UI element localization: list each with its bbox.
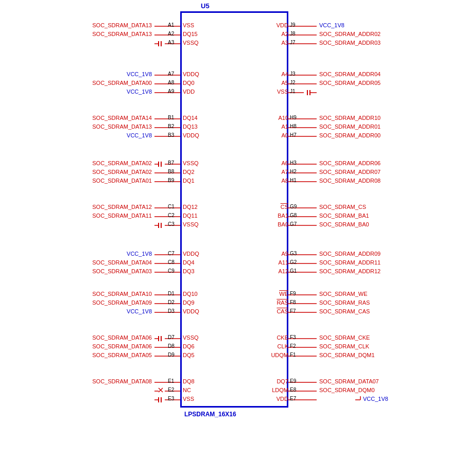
pinnum-g9: G9 [290, 204, 297, 209]
pin-inside-c2: DQ11 [183, 213, 198, 219]
net-f7: SOC_SDRAM_CAS [319, 308, 370, 314]
pin-inside-b2: DQ13 [183, 124, 198, 130]
pinnum-h2: H2 [290, 169, 297, 174]
pin-inside-f8: RAS [247, 299, 288, 306]
net-b3-vcc: VCC_1V8 [90, 132, 152, 138]
pinnum-c3: C3 [168, 221, 175, 227]
pinnum-b7: B7 [168, 160, 174, 166]
pinnum-g7: G7 [290, 221, 297, 227]
pin-inside-h8: A1 [247, 124, 288, 130]
pinnum-b2: B2 [168, 124, 174, 129]
pinnum-j3: J3 [290, 71, 296, 77]
pinnum-j8: J8 [290, 31, 296, 37]
net-h8: SOC_SDRAM_ADDR01 [319, 124, 380, 130]
pin-inside-f7: CAS [247, 308, 288, 314]
net-a2: SOC_SDRAM_DATA13 [70, 31, 152, 37]
schematic-container: U5 LPSDRAM_16X16 VSS DQ15 VSSQ VDDQ DQ0 … [0, 0, 467, 476]
net-h9: SOC_SDRAM_ADDR10 [319, 115, 380, 121]
chip-part-number: LPSDRAM_16X16 [184, 411, 236, 418]
pinnum-a3: A3 [168, 40, 174, 45]
net-h2: SOC_SDRAM_ADDR07 [319, 169, 380, 175]
pinnum-d8: D8 [168, 343, 175, 349]
pinnum-f2: F2 [290, 343, 296, 349]
svg-line-39 [159, 388, 163, 392]
pin-inside-g1: A12 [247, 268, 288, 274]
net-j8: SOC_SDRAM_ADDR02 [319, 31, 380, 37]
pinnum-d9: D9 [168, 352, 175, 358]
net-c8: SOC_SDRAM_DATA04 [70, 259, 152, 266]
net-b1: SOC_SDRAM_DATA14 [70, 115, 152, 121]
pinnum-d3: D3 [168, 308, 175, 314]
pin-inside-f9: WE [247, 291, 288, 297]
svg-line-38 [159, 388, 163, 392]
net-d2: SOC_SDRAM_DATA09 [70, 299, 152, 306]
pinnum-c9: C9 [168, 268, 175, 274]
pin-inside-c8: DQ4 [183, 259, 195, 266]
net-f8: SOC_SDRAM_RAS [319, 299, 370, 306]
net-f2: SOC_SDRAM_CLK [319, 343, 369, 349]
pinnum-e8: E8 [290, 387, 296, 393]
net-a7-vcc: VCC_1V8 [90, 71, 152, 77]
pinnum-c8: C8 [168, 259, 175, 265]
net-g3: SOC_SDRAM_ADDR09 [319, 251, 380, 257]
pinnum-h1: H1 [290, 178, 297, 183]
net-d1: SOC_SDRAM_DATA10 [70, 291, 152, 297]
pin-inside-d1: DQ10 [183, 291, 198, 297]
pin-inside-a2: DQ15 [183, 31, 198, 37]
pinnum-a8: A8 [168, 80, 174, 85]
pin-inside-e8: LDQM [247, 387, 288, 393]
pinnum-j2: J2 [290, 80, 296, 85]
pin-inside-e9: DQ7 [247, 378, 288, 384]
pinnum-j1: J1 [290, 89, 296, 94]
pin-inside-c1: DQ12 [183, 204, 198, 210]
pin-inside-g3: A9 [247, 251, 288, 257]
pinnum-b9: B9 [168, 178, 174, 183]
net-j9-vcc: VCC_1V8 [319, 22, 344, 28]
net-b7: SOC_SDRAM_DATA02 [70, 160, 152, 166]
chip-reference: U5 [201, 2, 210, 10]
pin-inside-d7: VSSQ [183, 334, 199, 341]
pin-inside-j3: A4 [247, 71, 288, 77]
pinnum-e3: E3 [168, 396, 174, 401]
pin-inside-g9: CS [247, 204, 288, 210]
net-g2: SOC_SDRAM_ADDR11 [319, 259, 380, 266]
pinnum-e9: E9 [290, 378, 296, 384]
pinnum-e7: E7 [290, 396, 296, 401]
pinnum-f3: F3 [290, 334, 296, 340]
net-d8: SOC_SDRAM_DATA06 [70, 343, 152, 349]
net-b2: SOC_SDRAM_DATA13 [70, 124, 152, 130]
pinnum-f7: F7 [290, 308, 296, 314]
net-e8: SOC_SDRAM_DQM0 [319, 387, 375, 393]
pin-inside-j1: VSS [247, 89, 288, 95]
net-f1: SOC_SDRAM_DQM1 [319, 352, 375, 358]
net-f9: SOC_SDRAM_WE [319, 291, 368, 297]
pin-inside-d3: VDDQ [183, 308, 199, 314]
pin-inside-g7: BA0 [247, 221, 288, 227]
net-g9: SOC_SDRAM_CS [319, 204, 366, 210]
pinnum-e1: E1 [168, 378, 174, 384]
net-d9: SOC_SDRAM_DATA05 [70, 352, 152, 358]
pin-inside-a3: VSSQ [183, 40, 199, 46]
pinnum-a7: A7 [168, 71, 174, 77]
pin-inside-j2: A5 [247, 80, 288, 86]
net-h3: SOC_SDRAM_ADDR06 [319, 160, 380, 166]
pin-inside-j9: VDD [247, 22, 288, 28]
pinnum-c7: C7 [168, 251, 175, 256]
pin-inside-a1: VSS [183, 22, 194, 28]
net-h1: SOC_SDRAM_ADDR08 [319, 178, 380, 184]
pinnum-b1: B1 [168, 115, 174, 120]
net-j2: SOC_SDRAM_ADDR05 [319, 80, 380, 86]
pinnum-b8: B8 [168, 169, 174, 174]
net-a8: SOC_SDRAM_DATA00 [70, 80, 152, 86]
pinnum-f1: F1 [290, 352, 296, 358]
net-e1: SOC_SDRAM_DATA08 [70, 378, 152, 384]
pinnum-j7: J7 [290, 40, 296, 45]
pinnum-a2: A2 [168, 31, 174, 37]
net-f3: SOC_SDRAM_CKE [319, 334, 370, 341]
pin-inside-b8: DQ2 [183, 169, 195, 175]
pinnum-b3: B3 [168, 132, 174, 138]
pin-inside-d2: DQ9 [183, 299, 195, 306]
pinnum-a1: A1 [168, 22, 174, 28]
pinnum-h9: H9 [290, 115, 297, 120]
pin-inside-h9: A10 [247, 115, 288, 121]
